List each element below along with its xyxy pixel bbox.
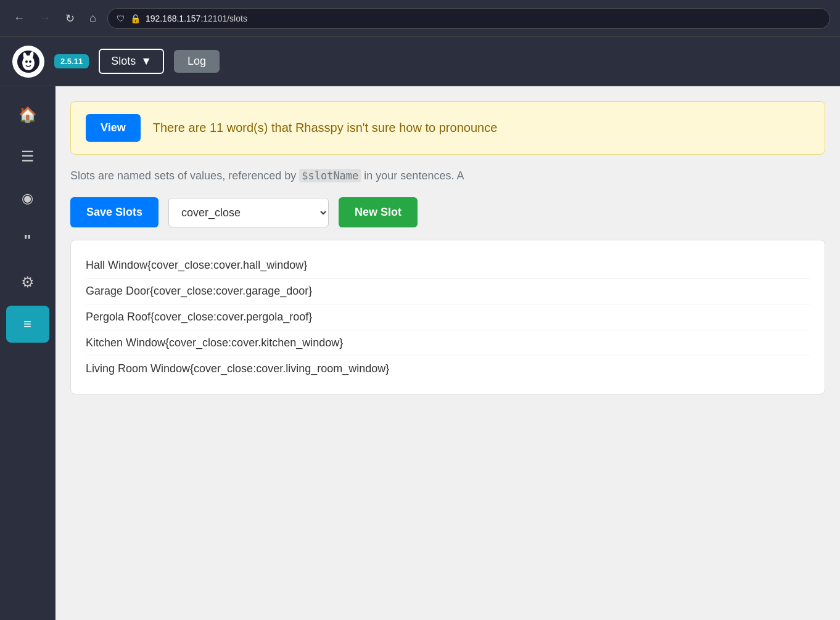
url-host: 192.168.1.157:12101/slots	[146, 14, 247, 23]
version-badge: 2.5.11	[54, 54, 89, 68]
save-slots-button[interactable]: Save Slots	[70, 197, 159, 227]
forward-button[interactable]: →	[36, 9, 54, 27]
settings-icon: ⚙	[21, 274, 35, 291]
list-item: Kitchen Window{cover_close:cover.kitchen…	[86, 330, 810, 356]
sidebar-item-radio[interactable]: ◉	[6, 180, 49, 217]
dropdown-arrow-icon: ▼	[141, 55, 152, 68]
slot-name-code: $slotName	[299, 169, 361, 182]
address-bar[interactable]: 🛡 🔒 192.168.1.157:12101/slots	[107, 8, 830, 29]
slots-label: Slots	[111, 55, 136, 68]
sidebar-item-home[interactable]: 🏠	[6, 96, 49, 133]
description-after: in your sentences. A	[361, 169, 464, 182]
warning-banner: View There are 11 word(s) that Rhasspy i…	[70, 101, 825, 155]
quotes-icon: "	[23, 231, 31, 250]
svg-point-4	[25, 60, 28, 63]
list-item: Pergola Roof{cover_close:cover.pergola_r…	[86, 304, 810, 330]
shield-icon: 🛡	[117, 14, 125, 23]
back-button[interactable]: ←	[10, 9, 28, 27]
content-area: View There are 11 word(s) that Rhasspy i…	[56, 86, 840, 620]
home-button[interactable]: ⌂	[86, 9, 100, 27]
svg-point-5	[29, 60, 31, 63]
description-before: Slots are named sets of values, referenc…	[70, 169, 299, 182]
toolbar: Save Slots cover_close cover_open lights…	[70, 197, 825, 227]
new-slot-button[interactable]: New Slot	[339, 197, 418, 227]
sidebar-item-settings[interactable]: ⚙	[6, 264, 49, 301]
radio-icon: ◉	[22, 190, 33, 206]
list-item: Hall Window{cover_close:cover.hall_windo…	[86, 253, 810, 279]
list-item: Garage Door{cover_close:cover.garage_doo…	[86, 279, 810, 304]
view-button[interactable]: View	[86, 114, 141, 142]
list-item: Living Room Window{cover_close:cover.liv…	[86, 356, 810, 381]
sidebar-item-slots[interactable]: ≡	[6, 306, 49, 343]
menu-icon: ☰	[21, 148, 35, 165]
warning-text: There are 11 word(s) that Rhasspy isn't …	[153, 121, 498, 135]
app-header: 2.5.11 Slots ▼ Log	[0, 37, 840, 86]
description-text: Slots are named sets of values, referenc…	[70, 169, 825, 182]
slot-select[interactable]: cover_close cover_open lights_on lights_…	[168, 198, 329, 227]
browser-bar: ← → ↻ ⌂ 🛡 🔒 192.168.1.157:12101/slots	[0, 0, 840, 37]
refresh-button[interactable]: ↻	[62, 9, 78, 28]
slot-list: Hall Window{cover_close:cover.hall_windo…	[70, 240, 825, 394]
home-icon: 🏠	[19, 106, 37, 123]
sidebar-item-quotes[interactable]: "	[6, 222, 49, 259]
lock-icon: 🔒	[130, 14, 141, 23]
slots-icon: ≡	[23, 316, 31, 332]
slots-button[interactable]: Slots ▼	[99, 49, 164, 74]
sidebar: 🏠 ☰ ◉ " ⚙ ≡	[0, 86, 56, 620]
sidebar-item-menu[interactable]: ☰	[6, 138, 49, 175]
main-layout: 🏠 ☰ ◉ " ⚙ ≡ View There are 11 word(s) th…	[0, 86, 840, 620]
app-logo	[12, 46, 44, 78]
log-button[interactable]: Log	[174, 50, 220, 73]
